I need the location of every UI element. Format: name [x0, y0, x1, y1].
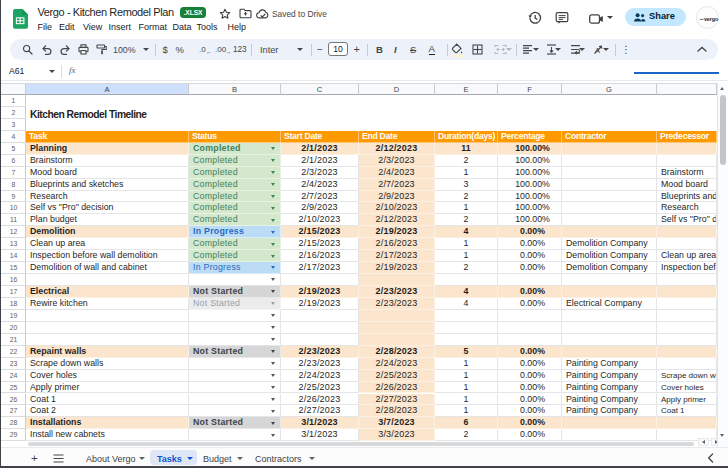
svg-text:A: A — [595, 46, 600, 55]
